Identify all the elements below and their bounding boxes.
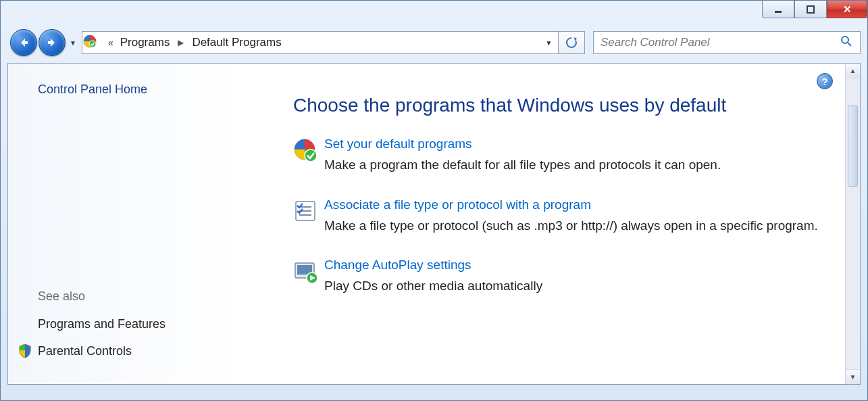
search-placeholder: Search Control Panel: [601, 36, 710, 49]
sidebar-item-parental-controls[interactable]: Parental Controls: [18, 344, 253, 358]
main-panel: ? Choose the programs that Windows uses …: [266, 64, 860, 384]
svg-point-7: [305, 149, 317, 162]
address-bar[interactable]: « Programs ▶ Default Programs ▼: [82, 31, 559, 54]
option-link[interactable]: Associate a file type or protocol with a…: [324, 197, 836, 212]
arrow-left-icon: [18, 37, 30, 49]
titlebar: ✕: [1, 1, 867, 26]
sidebar: Control Panel Home See also Programs and…: [8, 64, 266, 384]
scroll-up-icon[interactable]: ▲: [846, 64, 860, 78]
control-panel-icon: [82, 34, 104, 52]
sidebar-see-also-heading: See also: [38, 289, 253, 304]
refresh-icon: [565, 36, 578, 49]
nav-history-dropdown[interactable]: ▼: [70, 39, 76, 47]
option-desc: Make a program the default for all file …: [324, 156, 836, 174]
forward-button[interactable]: [39, 29, 66, 56]
page-title: Choose the programs that Windows uses by…: [293, 95, 836, 116]
associate-icon: [293, 197, 324, 235]
svg-point-3: [89, 41, 96, 47]
sidebar-home-link[interactable]: Control Panel Home: [38, 82, 253, 97]
minimize-icon: [773, 5, 783, 14]
sidebar-item-label: Parental Controls: [38, 344, 132, 358]
sidebar-item-programs-features[interactable]: Programs and Features: [38, 317, 253, 331]
default-programs-icon: [293, 137, 324, 174]
search-icon: [840, 34, 853, 51]
control-panel-window: ✕ ▼ « Program: [0, 0, 868, 401]
scrollbar[interactable]: ▲ ▼: [845, 64, 860, 384]
shield-icon: [18, 344, 32, 358]
option-set-default-programs: Set your default programs Make a program…: [293, 137, 836, 174]
svg-line-5: [848, 43, 851, 46]
search-input[interactable]: Search Control Panel: [593, 31, 861, 54]
minimize-button[interactable]: [762, 1, 794, 18]
scroll-down-icon[interactable]: ▼: [846, 369, 860, 384]
scroll-thumb[interactable]: [848, 105, 858, 187]
svg-rect-1: [807, 6, 814, 13]
option-desc: Play CDs or other media automatically: [324, 277, 836, 296]
arrow-right-icon: [46, 37, 58, 49]
nav-row: ▼ « Programs ▶ Default Programs ▼: [1, 26, 867, 63]
option-autoplay-settings: Change AutoPlay settings Play CDs or oth…: [293, 258, 836, 296]
autoplay-icon: [293, 258, 324, 296]
breadcrumb-seg-programs[interactable]: Programs: [118, 36, 173, 49]
window-controls: ✕: [762, 1, 867, 18]
content-area: Control Panel Home See also Programs and…: [7, 63, 861, 385]
close-button[interactable]: ✕: [827, 1, 867, 18]
option-link[interactable]: Set your default programs: [324, 137, 836, 151]
back-button[interactable]: [10, 29, 37, 56]
svg-point-4: [842, 37, 848, 43]
close-icon: ✕: [843, 3, 852, 16]
refresh-button[interactable]: [558, 31, 585, 54]
option-link[interactable]: Change AutoPlay settings: [324, 258, 836, 273]
maximize-icon: [806, 5, 815, 14]
breadcrumb-seg-default-programs[interactable]: Default Programs: [189, 36, 284, 49]
svg-rect-0: [775, 11, 782, 13]
option-associate-file-type: Associate a file type or protocol with a…: [293, 197, 836, 235]
maximize-button[interactable]: [794, 1, 827, 18]
help-icon[interactable]: ?: [817, 73, 833, 89]
breadcrumb-separator-icon[interactable]: ▶: [172, 38, 189, 47]
address-dropdown[interactable]: ▼: [539, 39, 558, 47]
breadcrumb-overflow-icon[interactable]: «: [104, 37, 118, 48]
option-desc: Make a file type or protocol (such as .m…: [324, 216, 836, 235]
